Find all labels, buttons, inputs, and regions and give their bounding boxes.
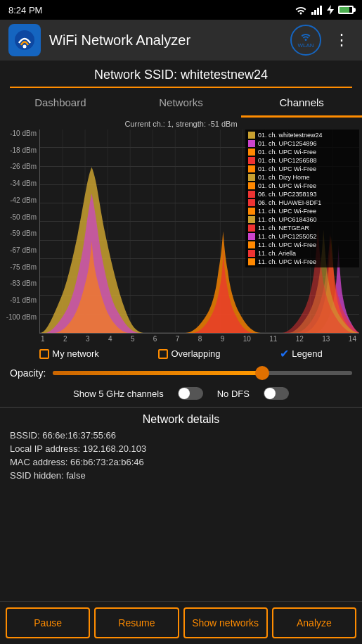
my-network-toggle[interactable]: My network — [39, 348, 98, 359]
bssid-row: BSSID: 66:6e:16:37:55:66 — [0, 429, 362, 442]
my-network-label: My network — [52, 348, 98, 359]
legend-checkmark: ✔ — [280, 347, 289, 360]
network-title: Network SSID: whitetestnew24 — [0, 61, 362, 87]
app-title: WiFi Network Analyzer — [49, 32, 282, 49]
toggle-knob — [179, 388, 190, 399]
legend-item: 11. ch. UPC Wi-Free — [245, 207, 359, 215]
toggle-row: Show 5 GHz channels No DFS — [0, 384, 362, 405]
legend-item: 11. ch. Ariella — [245, 249, 359, 258]
wifi-icon — [295, 5, 307, 15]
analyze-button[interactable]: Analyze — [272, 607, 356, 638]
legend-item: 11. ch. UPC Wi-Free — [245, 241, 359, 249]
svg-rect-0 — [311, 12, 313, 15]
legend-toggle[interactable]: ✔ Legend — [280, 347, 322, 360]
resume-button[interactable]: Resume — [94, 607, 179, 638]
network-details-title: Network details — [0, 409, 362, 429]
title-divider — [10, 87, 352, 88]
chart-controls: My network Overlapping ✔ Legend — [0, 343, 362, 365]
legend-panel: 01. ch. whitetestnew24 01. ch. UPC125489… — [245, 130, 359, 267]
tab-bar: Dashboard Networks Channels — [0, 89, 362, 118]
svg-point-6 — [23, 45, 27, 49]
svg-rect-3 — [320, 6, 322, 15]
nodfs-toggle[interactable] — [264, 387, 289, 400]
svg-rect-1 — [314, 10, 316, 15]
local-ip-row: Local IP address: 192.168.20.103 — [0, 442, 362, 455]
pause-button[interactable]: Pause — [6, 607, 90, 638]
legend-item: 11. ch. UPC Wi-Free — [245, 258, 359, 266]
chart-plot-area: 01. ch. whitetestnew24 01. ch. UPC125489… — [39, 130, 359, 334]
show5ghz-label: Show 5 GHz channels — [73, 389, 164, 399]
status-icons — [295, 5, 354, 15]
chart-status: Current ch.: 1, strength: -51 dBm — [0, 118, 362, 130]
legend-item: 06. ch. UPC2358193 — [245, 190, 359, 198]
app-logo — [8, 24, 41, 56]
menu-button[interactable]: ⋮ — [330, 31, 354, 49]
mac-row: MAC address: 66:b6:73:2a:b6:46 — [0, 455, 362, 469]
legend-item: 11. ch. UPC1255052 — [245, 232, 359, 241]
my-network-checkbox[interactable] — [39, 349, 49, 359]
bolt-icon — [327, 5, 334, 15]
wlan-button[interactable]: WLAN — [290, 25, 321, 56]
toggle-knob — [264, 388, 276, 399]
legend-item: 01. ch. whitetestnew24 — [245, 131, 359, 139]
section-divider — [0, 407, 362, 408]
tab-dashboard[interactable]: Dashboard — [0, 89, 121, 118]
status-bar: 8:24 PM — [0, 0, 362, 20]
opacity-row: Opacity: — [0, 365, 362, 384]
svg-rect-2 — [317, 8, 319, 15]
legend-item: 01. ch. UPC Wi-Free — [245, 182, 359, 190]
battery-icon — [338, 6, 354, 14]
overlapping-toggle[interactable]: Overlapping — [158, 348, 220, 359]
legend-item: 01. ch. UPC1254896 — [245, 139, 359, 148]
tab-networks[interactable]: Networks — [121, 89, 242, 118]
bottom-buttons: Pause Resume Show networks Analyze — [0, 601, 362, 644]
legend-item: 11. ch. UPC6184360 — [245, 215, 359, 224]
slider-fill — [53, 371, 262, 375]
wlan-label: WLAN — [297, 42, 313, 49]
legend-item: 01. ch. UPC Wi-Free — [245, 148, 359, 156]
opacity-label: Opacity: — [10, 367, 46, 379]
tab-channels[interactable]: Channels — [241, 89, 362, 118]
y-axis: -10 dBm -18 dBm -26 dBm -34 dBm -42 dBm … — [3, 130, 39, 334]
ssid-hidden-row: SSID hidden: false — [0, 469, 362, 482]
signal-icon — [311, 5, 323, 15]
opacity-slider[interactable] — [53, 371, 352, 375]
svg-marker-4 — [327, 5, 334, 15]
nodfs-label: No DFS — [217, 389, 250, 399]
show5ghz-toggle[interactable] — [178, 387, 203, 400]
legend-item: 01. ch. UPC Wi-Free — [245, 165, 359, 173]
slider-thumb[interactable] — [255, 366, 269, 380]
legend-item: 06. ch. HUAWEI-8DF1 — [245, 198, 359, 207]
overlapping-label: Overlapping — [171, 348, 220, 359]
x-axis: 1 2 3 4 5 6 7 8 9 10 11 12 13 14 — [39, 334, 358, 343]
time-display: 8:24 PM — [8, 5, 42, 15]
legend-item: 11. ch. NETGEAR — [245, 224, 359, 232]
legend-label: Legend — [292, 348, 322, 359]
show-networks-button[interactable]: Show networks — [183, 607, 268, 638]
legend-item: 01. ch. UPC1256588 — [245, 156, 359, 165]
header: WiFi Network Analyzer WLAN ⋮ — [0, 20, 362, 61]
legend-item: 01. ch. Dizy Home — [245, 173, 359, 182]
overlapping-checkbox[interactable] — [158, 349, 168, 359]
